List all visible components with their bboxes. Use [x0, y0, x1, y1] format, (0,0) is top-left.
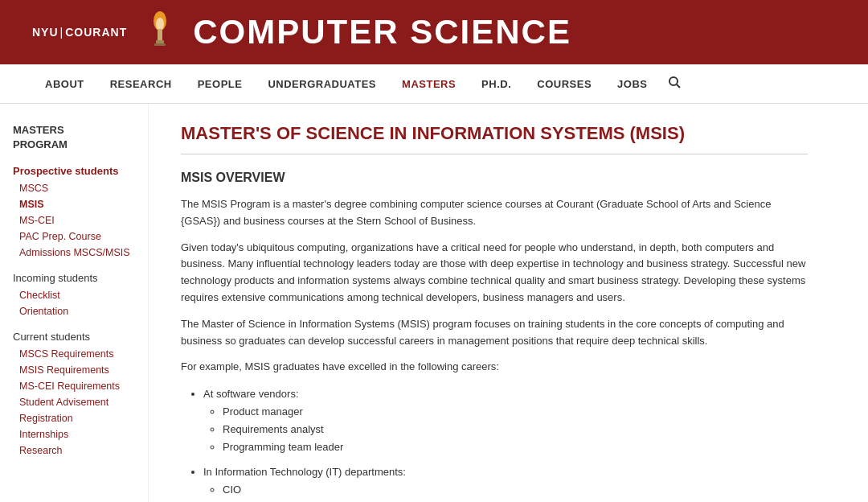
software-vendors-sub: Product manager Requirements analyst Pro…	[203, 403, 808, 456]
site-header: NYU | COURANT COMPUTER SCIENCE	[0, 0, 868, 64]
sidebar-prospective-header: Prospective students	[13, 165, 135, 177]
nav-masters[interactable]: MASTERS	[389, 67, 469, 101]
sidebar-link-orientation[interactable]: Orientation	[13, 303, 135, 319]
search-icon[interactable]	[660, 64, 689, 103]
separator: |	[60, 26, 64, 39]
sidebar-program-title: MASTERSPROGRAM	[13, 123, 135, 152]
list-item: VP IT operations	[223, 499, 808, 502]
it-departments-sub: CIO VP IT operations Systems architect I…	[203, 481, 808, 502]
nav-undergraduates[interactable]: UNDERGRADUATES	[255, 67, 389, 101]
torch-icon	[145, 10, 175, 55]
overview-header: MSIS OVERVIEW	[181, 171, 808, 185]
nav-jobs[interactable]: JOBS	[604, 67, 660, 101]
sidebar-current-header: Current students	[13, 331, 135, 343]
sidebar: MASTERSPROGRAM Prospective students MSCS…	[0, 104, 149, 502]
site-title: COMPUTER SCIENCE	[193, 13, 571, 51]
list-item: CIO	[223, 481, 808, 499]
sidebar-link-research[interactable]: Research	[13, 442, 135, 459]
main-content: MASTER'S OF SCIENCE IN INFORMATION SYSTE…	[149, 104, 840, 502]
it-departments-item: In Information Technology (IT) departmen…	[203, 463, 808, 502]
sidebar-link-msis-req[interactable]: MSIS Requirements	[13, 362, 135, 378]
sidebar-link-mscei-req[interactable]: MS-CEI Requirements	[13, 378, 135, 394]
content-para4: For example, MSIS graduates have excelle…	[181, 359, 808, 376]
list-item: Requirements analyst	[223, 421, 808, 438]
nav-courses[interactable]: COURSES	[524, 67, 604, 101]
nav-about[interactable]: ABOUT	[32, 67, 97, 101]
nav-phd[interactable]: PH.D.	[469, 67, 524, 101]
list-item: Product manager	[223, 403, 808, 421]
sidebar-link-mscs[interactable]: MSCS	[13, 180, 135, 196]
content-para1: The MSIS Program is a master's degree co…	[181, 196, 808, 230]
list-item: Programming team leader	[223, 438, 808, 456]
nyu-text: NYU	[32, 26, 59, 39]
sidebar-incoming-header: Incoming students	[13, 272, 135, 284]
software-vendors-label: At software vendors:	[203, 388, 299, 400]
svg-rect-3	[156, 40, 164, 43]
nav-research[interactable]: RESEARCH	[97, 67, 185, 101]
svg-rect-4	[154, 43, 166, 46]
sidebar-link-registration[interactable]: Registration	[13, 410, 135, 426]
svg-point-5	[669, 77, 678, 85]
software-vendors-item: At software vendors: Product manager Req…	[203, 385, 808, 456]
sidebar-link-pac[interactable]: PAC Prep. Course	[13, 228, 135, 245]
nav-people[interactable]: PEOPLE	[185, 67, 256, 101]
content-para3: The Master of Science in Information Sys…	[181, 316, 808, 350]
svg-point-1	[156, 18, 164, 31]
sidebar-link-admissions[interactable]: Admissions MSCS/MSIS	[13, 245, 135, 261]
content-para2: Given today's ubiquitous computing, orga…	[181, 240, 808, 307]
courant-text: COURANT	[65, 26, 127, 39]
sidebar-link-mscs-req[interactable]: MSCS Requirements	[13, 346, 135, 362]
sidebar-link-msis[interactable]: MSIS	[13, 196, 135, 212]
sidebar-link-mscei[interactable]: MS-CEI	[13, 212, 135, 228]
main-nav: ABOUT RESEARCH PEOPLE UNDERGRADUATES MAS…	[0, 64, 868, 104]
careers-list: At software vendors: Product manager Req…	[181, 385, 808, 502]
svg-line-6	[677, 84, 680, 88]
page-title: MASTER'S OF SCIENCE IN INFORMATION SYSTE…	[181, 123, 808, 154]
nyu-logo: NYU | COURANT	[32, 26, 127, 39]
it-departments-label: In Information Technology (IT) departmen…	[203, 466, 406, 478]
main-layout: MASTERSPROGRAM Prospective students MSCS…	[0, 104, 868, 502]
sidebar-link-advisement[interactable]: Student Advisement	[13, 394, 135, 410]
sidebar-link-checklist[interactable]: Checklist	[13, 287, 135, 303]
sidebar-link-internships[interactable]: Internships	[13, 426, 135, 442]
